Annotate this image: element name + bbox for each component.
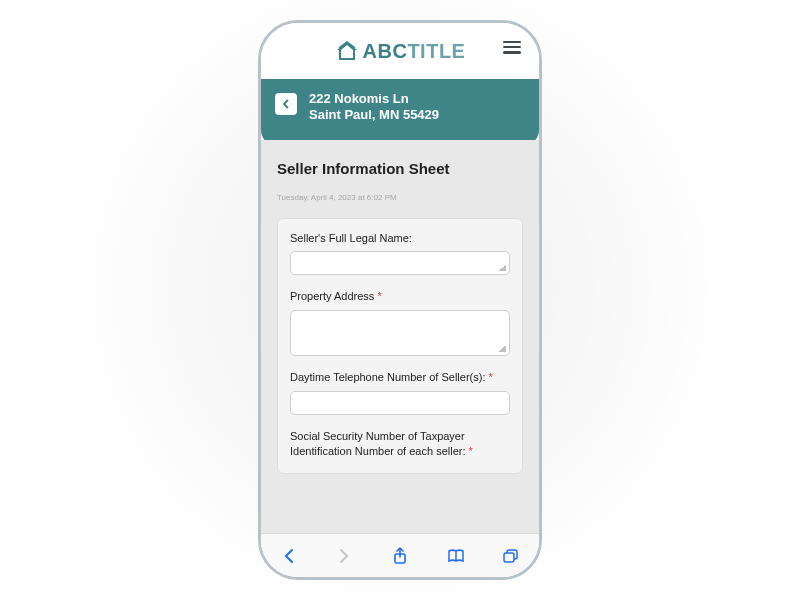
address-line-2: Saint Paul, MN 55429 <box>309 107 439 123</box>
browser-forward-button[interactable] <box>333 545 355 567</box>
phone-frame: ABCTITLE 222 Nokomis Ln Saint Paul, MN 5… <box>258 20 542 580</box>
field-ssn: Social Security Number of Taxpayer Ident… <box>290 429 510 459</box>
label-ssn: Social Security Number of Taxpayer Ident… <box>290 429 510 459</box>
share-icon <box>392 547 408 565</box>
logo-text-strong: ABC <box>363 40 408 62</box>
chevron-left-icon <box>282 99 290 109</box>
address-line-1: 222 Nokomis Ln <box>309 91 439 107</box>
app-logo: ABCTITLE <box>335 40 466 63</box>
back-button[interactable] <box>275 93 297 115</box>
browser-bookmarks-button[interactable] <box>445 545 467 567</box>
browser-toolbar <box>261 533 539 577</box>
label-daytime-phone: Daytime Telephone Number of Seller(s): * <box>290 370 510 385</box>
menu-icon[interactable] <box>503 41 521 54</box>
tabs-icon <box>502 548 520 564</box>
chevron-left-icon <box>282 548 296 564</box>
label-property-address: Property Address * <box>290 289 510 304</box>
address-text: 222 Nokomis Ln Saint Paul, MN 55429 <box>309 91 439 124</box>
field-property-address: Property Address * <box>290 289 510 356</box>
logo-text: ABCTITLE <box>363 40 466 63</box>
svg-rect-2 <box>504 553 514 562</box>
logo-text-light: TITLE <box>407 40 465 62</box>
form-card: Seller's Full Legal Name: Property Addre… <box>277 218 523 474</box>
label-seller-name: Seller's Full Legal Name: <box>290 231 510 246</box>
timestamp: Tuesday, April 4, 2023 at 6:02 PM <box>277 193 523 202</box>
book-icon <box>447 548 465 564</box>
house-icon <box>335 40 359 62</box>
address-banner: 222 Nokomis Ln Saint Paul, MN 55429 <box>261 79 539 146</box>
browser-tabs-button[interactable] <box>500 545 522 567</box>
input-property-address[interactable] <box>290 310 510 356</box>
browser-share-button[interactable] <box>389 545 411 567</box>
page-title: Seller Information Sheet <box>277 160 523 177</box>
content-area: Seller Information Sheet Tuesday, April … <box>261 140 539 534</box>
chevron-right-icon <box>337 548 351 564</box>
input-daytime-phone[interactable] <box>290 391 510 415</box>
top-bar: ABCTITLE <box>261 23 539 79</box>
browser-back-button[interactable] <box>278 545 300 567</box>
screen: ABCTITLE 222 Nokomis Ln Saint Paul, MN 5… <box>261 23 539 577</box>
field-seller-name: Seller's Full Legal Name: <box>290 231 510 276</box>
field-daytime-phone: Daytime Telephone Number of Seller(s): * <box>290 370 510 415</box>
input-seller-name[interactable] <box>290 251 510 275</box>
